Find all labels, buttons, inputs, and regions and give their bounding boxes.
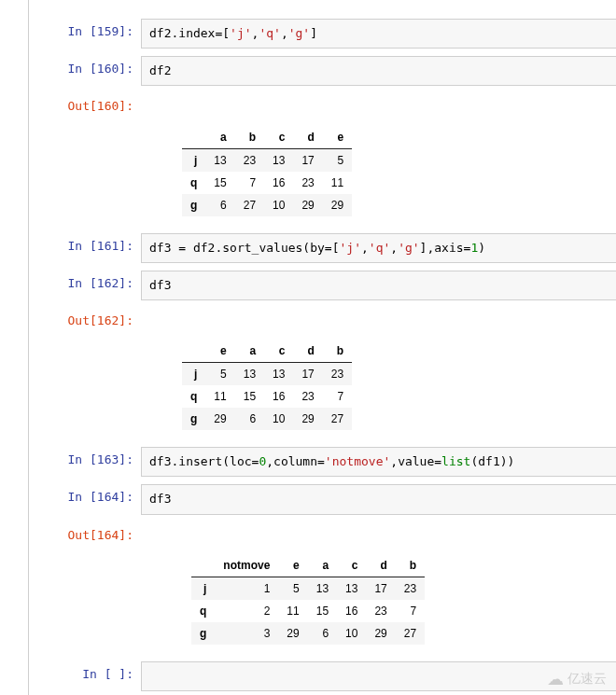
notebook: In [159]: df2.index=['j','q','g'] In [16… <box>28 0 616 695</box>
cell-in-163: In [163]: df3.insert(loc=0,column='notmo… <box>29 447 616 477</box>
cell-in-162: In [162]: df3 <box>29 271 616 300</box>
code-input[interactable]: df3.insert(loc=0,column='notmove',value=… <box>141 447 616 477</box>
code-input[interactable]: df3 <box>141 484 616 514</box>
table-row: j513131723 <box>182 363 352 386</box>
in-prompt: In [164]: <box>29 484 141 510</box>
code-input[interactable]: df2 <box>141 56 616 86</box>
code-input[interactable]: df3 <box>141 271 616 300</box>
output-table-164: notmove e a c d b j1513131723 q211151623… <box>188 550 616 652</box>
in-prompt: In [ ]: <box>29 661 141 688</box>
output-table-160: a b c d e j132313175 q157162311 g6271029… <box>178 122 616 224</box>
table-row: j132313175 <box>182 148 352 172</box>
out-prompt: Out[162]: <box>29 308 141 334</box>
dataframe: e a c d b j513131723 q111516237 g2961029… <box>182 340 352 430</box>
in-prompt: In [163]: <box>29 447 141 473</box>
table-row: g3296102927 <box>191 622 425 645</box>
cell-in-164: In [164]: df3 <box>29 484 616 514</box>
cell-in-empty: In [ ]: <box>29 661 616 691</box>
table-row: q157162311 <box>182 172 352 194</box>
dataframe: notmove e a c d b j1513131723 q211151623… <box>191 554 425 645</box>
watermark: ☁ 亿速云 <box>547 669 607 689</box>
in-prompt: In [159]: <box>29 19 141 45</box>
dataframe: a b c d e j132313175 q157162311 g6271029… <box>182 126 352 216</box>
code-input[interactable] <box>141 661 616 691</box>
table-row: g296102927 <box>182 408 352 430</box>
code-input[interactable]: df2.index=['j','q','g'] <box>141 19 616 49</box>
in-prompt: In [161]: <box>29 233 141 259</box>
cell-in-161: In [161]: df3 = df2.sort_values(by=['j',… <box>29 233 616 263</box>
code-input[interactable]: df3 = df2.sort_values(by=['j','q','g'],a… <box>141 233 616 263</box>
table-row: j1513131723 <box>191 577 425 600</box>
table-row: g627102929 <box>182 194 352 216</box>
cloud-icon: ☁ <box>547 669 564 689</box>
cell-in-159: In [159]: df2.index=['j','q','g'] <box>29 19 616 49</box>
output-table-162: e a c d b j513131723 q111516237 g2961029… <box>178 336 616 438</box>
in-prompt: In [160]: <box>29 56 141 82</box>
out-prompt: Out[164]: <box>29 522 141 549</box>
table-row: q111516237 <box>182 385 352 408</box>
cell-in-160: In [160]: df2 <box>29 56 616 86</box>
in-prompt: In [162]: <box>29 271 141 297</box>
out-prompt: Out[160]: <box>29 93 141 119</box>
table-row: q2111516237 <box>191 600 425 622</box>
